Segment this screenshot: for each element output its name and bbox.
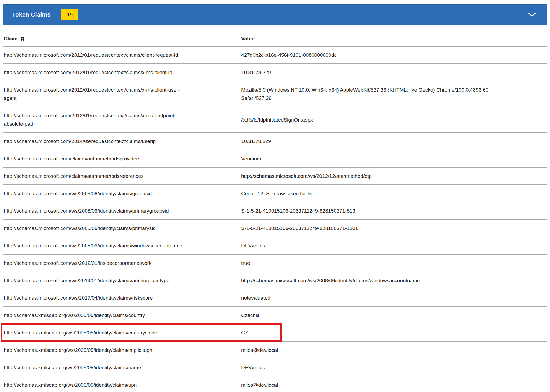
table-row: http://schemas.microsoft.com/ws/2014/01/… xyxy=(3,272,547,289)
table-row: http://schemas.microsoft.com/ws/2008/06/… xyxy=(3,185,547,202)
table-body: http://schemas.microsoft.com/2012/01/req… xyxy=(3,47,547,392)
value-cell: DEV\milos xyxy=(240,359,495,376)
value-cell: http://schemas.microsoft.com/ws/2008/06/… xyxy=(240,272,495,289)
chevron-down-icon[interactable] xyxy=(528,12,536,17)
claim-cell: http://schemas.xmlsoap.org/ws/2005/05/id… xyxy=(3,342,240,359)
claim-cell: http://schemas.microsoft.com/2012/01/req… xyxy=(3,47,240,63)
value-cell: 10.31.78.229 xyxy=(240,64,495,81)
claim-cell: http://schemas.microsoft.com/2012/01/req… xyxy=(3,64,240,81)
table-row: http://schemas.microsoft.com/2012/01/req… xyxy=(3,64,547,81)
claim-cell: http://schemas.microsoft.com/2014/09/req… xyxy=(3,133,240,150)
claim-cell: http://schemas.microsoft.com/claims/auth… xyxy=(3,168,240,184)
column-header-claim[interactable]: Claim ⇅ xyxy=(3,36,240,42)
table-row: http://schemas.microsoft.com/2012/01/req… xyxy=(3,81,547,107)
sort-icon[interactable]: ⇅ xyxy=(20,36,25,42)
table-row: http://schemas.microsoft.com/ws/2012/01/… xyxy=(3,255,547,272)
value-cell: true xyxy=(240,255,495,272)
value-cell: CZ xyxy=(240,324,495,341)
value-cell: /adfs/ls/IdpInitiatedSignOn.aspx xyxy=(240,111,495,128)
value-cell: Mozilla/5.0 (Windows NT 10.0; Win64; x64… xyxy=(240,81,495,107)
table-row: http://schemas.xmlsoap.org/ws/2005/05/id… xyxy=(3,359,547,376)
claim-cell: http://schemas.microsoft.com/ws/2008/06/… xyxy=(3,220,240,237)
claim-cell: http://schemas.microsoft.com/claims/auth… xyxy=(3,150,240,167)
table-row: http://schemas.microsoft.com/ws/2008/06/… xyxy=(3,237,547,255)
claim-cell: http://schemas.microsoft.com/ws/2008/06/… xyxy=(3,237,240,254)
claim-cell: http://schemas.xmlsoap.org/ws/2005/05/id… xyxy=(3,359,240,376)
value-cell: milos@dev.local xyxy=(240,342,495,359)
claim-cell: http://schemas.microsoft.com/2012/01/req… xyxy=(3,81,240,107)
value-header-label: Value xyxy=(241,36,255,42)
claims-table: Claim ⇅ Value http://schemas.microsoft.c… xyxy=(3,32,547,392)
token-claims-panel: Token Claims 19 Claim ⇅ Value http://sch… xyxy=(0,0,550,392)
claim-cell: http://schemas.microsoft.com/ws/2017/04/… xyxy=(3,289,240,306)
table-row: http://schemas.microsoft.com/ws/2017/04/… xyxy=(3,289,547,307)
table-row: http://schemas.xmlsoap.org/ws/2005/05/id… xyxy=(3,324,547,342)
value-cell: DEV\milos xyxy=(240,237,495,254)
table-row: http://schemas.xmlsoap.org/ws/2005/05/id… xyxy=(3,307,547,324)
value-cell: S-1-5-21-410015106-2063711249-828150371-… xyxy=(240,220,495,237)
claim-cell: http://schemas.microsoft.com/ws/2008/06/… xyxy=(3,202,240,219)
table-row: http://schemas.microsoft.com/claims/auth… xyxy=(3,168,547,185)
value-cell: Count: 12, See raw token for list xyxy=(240,185,495,202)
claims-count-badge: 19 xyxy=(61,9,78,20)
table-row: http://schemas.microsoft.com/ws/2008/06/… xyxy=(3,202,547,220)
claim-cell: http://schemas.microsoft.com/ws/2014/01/… xyxy=(3,272,240,289)
value-cell: S-1-5-21-410015106-2063711249-828150371-… xyxy=(240,202,495,219)
table-row: http://schemas.xmlsoap.org/ws/2005/05/id… xyxy=(3,376,547,392)
table-header-row: Claim ⇅ Value xyxy=(3,32,547,47)
claim-cell: http://schemas.microsoft.com/2012/01/req… xyxy=(3,107,240,132)
claim-cell: http://schemas.xmlsoap.org/ws/2005/05/id… xyxy=(3,376,240,392)
panel-header[interactable]: Token Claims 19 xyxy=(3,4,547,25)
table-row: http://schemas.microsoft.com/ws/2008/06/… xyxy=(3,220,547,237)
panel-title: Token Claims xyxy=(12,11,51,18)
table-row: http://schemas.microsoft.com/2012/01/req… xyxy=(3,107,547,133)
claim-header-label: Claim xyxy=(4,36,18,42)
claim-cell: http://schemas.xmlsoap.org/ws/2005/05/id… xyxy=(3,324,240,341)
table-row: http://schemas.microsoft.com/2012/01/req… xyxy=(3,47,547,64)
claim-cell: http://schemas.microsoft.com/ws/2008/06/… xyxy=(3,185,240,202)
value-cell: milos@dev.local xyxy=(240,376,495,392)
table-row: http://schemas.microsoft.com/claims/auth… xyxy=(3,150,547,168)
value-cell: notevaluated xyxy=(240,289,495,306)
claim-cell: http://schemas.xmlsoap.org/ws/2005/05/id… xyxy=(3,307,240,324)
table-row: http://schemas.xmlsoap.org/ws/2005/05/id… xyxy=(3,342,547,359)
claim-cell: http://schemas.microsoft.com/ws/2012/01/… xyxy=(3,255,240,272)
value-cell: 10.31.78.229 xyxy=(240,133,495,150)
table-row: http://schemas.microsoft.com/2014/09/req… xyxy=(3,133,547,150)
column-header-value[interactable]: Value xyxy=(240,36,547,42)
value-cell: http://schemas.microsoft.com/ws/2012/12/… xyxy=(240,168,495,184)
value-cell: Czechia xyxy=(240,307,495,324)
value-cell: Veridium xyxy=(240,150,495,167)
value-cell: 427d0b2c-b16e-456f-9101-0080000000dc xyxy=(240,47,495,63)
